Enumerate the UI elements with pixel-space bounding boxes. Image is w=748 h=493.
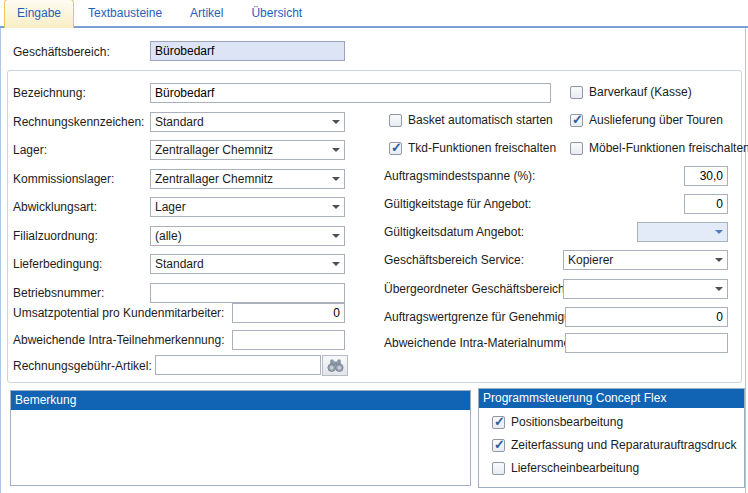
tab-artikel[interactable]: Artikel	[176, 0, 237, 26]
checkbox-label: Basket automatisch starten	[408, 113, 553, 127]
bezeichnung-input[interactable]	[150, 83, 551, 103]
umsatzpotential-label: Umsatzpotential pro Kundenmitarbeiter:	[13, 306, 224, 320]
combo-value: Zentrallager Chemnitz	[151, 172, 328, 186]
uebergeordneter-geschaeftsbereich-label: Übergeordneter Geschäftsbereich:	[384, 282, 568, 296]
auftragsmindestspanne-input[interactable]	[684, 166, 728, 186]
chevron-down-icon[interactable]	[711, 251, 727, 269]
lieferbedingung-combo[interactable]: Standard	[150, 254, 345, 274]
checkbox-box[interactable]	[570, 86, 583, 99]
rechnungsgebuehr-artikel-label: Rechnungsgebühr-Artikel:	[13, 359, 152, 373]
checkbox-basket-automatisch[interactable]: Basket automatisch starten	[389, 113, 553, 127]
kommissionslager-label: Kommissionslager:	[13, 172, 114, 186]
geschaeftsbereich-label: Geschäftsbereich:	[13, 45, 110, 59]
checkbox-moebel-funktionen[interactable]: Möbel-Funktionen freischalten	[570, 141, 748, 155]
checkbox-box[interactable]	[570, 114, 583, 127]
gueltigkeitstage-label: Gültigkeitstage für Angebot:	[384, 197, 531, 211]
bezeichnung-label: Bezeichnung:	[13, 86, 86, 100]
chevron-down-icon[interactable]	[328, 255, 344, 273]
umsatzpotential-input[interactable]	[232, 303, 345, 323]
geschaeftsbereich-service-combo[interactable]: Kopierer	[563, 250, 728, 270]
bemerkung-content[interactable]	[11, 410, 470, 485]
intra-materialnummer-label: Abweichende Intra-Materialnummer:	[384, 336, 577, 350]
combo-value: Standard	[151, 115, 328, 129]
checkbox-positionsbearbeitung[interactable]: Positionsbearbeitung	[492, 415, 623, 429]
checkbox-lieferscheinbearbeitung[interactable]: Lieferscheinbearbeitung	[492, 461, 639, 475]
combo-value: Standard	[151, 257, 328, 271]
tab-uebersicht[interactable]: Übersicht	[237, 0, 316, 26]
right-border-line	[745, 28, 746, 493]
checkbox-auslieferung-touren[interactable]: Auslieferung über Touren	[570, 113, 723, 127]
lookup-button[interactable]	[322, 355, 348, 376]
checkbox-zeiterfassung[interactable]: Zeiterfassung und Reparaturauftragsdruck	[492, 438, 736, 452]
rechnungskennzeichen-label: Rechnungskennzeichen:	[13, 115, 144, 129]
tab-textbausteine[interactable]: Textbausteine	[74, 0, 176, 26]
binoculars-icon	[327, 359, 344, 372]
checkbox-label: Tkd-Funktionen freischalten	[408, 141, 556, 155]
rechnungsgebuehr-artikel-input[interactable]	[155, 355, 321, 375]
tab-strip: Eingabe Textbausteine Artikel Übersicht	[0, 0, 748, 28]
intra-materialnummer-input[interactable]	[565, 333, 728, 353]
tab-eingabe[interactable]: Eingabe	[4, 0, 74, 28]
abwicklungsart-label: Abwicklungsart:	[13, 200, 97, 214]
checkbox-tkd-funktionen[interactable]: Tkd-Funktionen freischalten	[389, 141, 556, 155]
geschaeftsbereich-input[interactable]	[150, 41, 345, 61]
checkbox-label: Barverkauf (Kasse)	[589, 85, 692, 99]
bemerkung-header: Bemerkung	[11, 391, 470, 410]
kommissionslager-combo[interactable]: Zentrallager Chemnitz	[150, 169, 345, 189]
checkbox-label: Zeiterfassung und Reparaturauftragsdruck	[511, 438, 736, 452]
lager-combo[interactable]: Zentrallager Chemnitz	[150, 140, 345, 160]
combo-value: Kopierer	[564, 253, 711, 267]
chevron-down-icon[interactable]	[328, 198, 344, 216]
uebergeordneter-geschaeftsbereich-combo[interactable]	[563, 279, 728, 299]
combo-value: (alle)	[151, 229, 328, 243]
lieferbedingung-label: Lieferbedingung:	[13, 257, 102, 271]
checkbox-box[interactable]	[570, 142, 583, 155]
chevron-down-icon[interactable]	[328, 170, 344, 188]
checkbox-box[interactable]	[492, 439, 505, 452]
checkbox-box[interactable]	[389, 142, 402, 155]
chevron-down-icon[interactable]	[711, 223, 727, 241]
checkbox-label: Möbel-Funktionen freischalten	[589, 141, 748, 155]
combo-value: Zentrallager Chemnitz	[151, 143, 328, 157]
auftragswertgrenze-input[interactable]	[565, 307, 728, 327]
chevron-down-icon[interactable]	[328, 141, 344, 159]
auftragsmindestspanne-label: Auftragsmindestspanne (%):	[384, 169, 535, 183]
programmsteuerung-header: Programmsteuerung Concept Flex	[479, 389, 744, 408]
intra-teilnehmerkennung-label: Abweichende Intra-Teilnehmerkennung:	[13, 333, 224, 347]
auftragswertgrenze-label: Auftragswertgrenze für Genehmigung	[384, 310, 584, 324]
combo-value: Lager	[151, 200, 328, 214]
gueltigkeitsdatum-label: Gültigkeitsdatum Angebot:	[384, 225, 524, 239]
abwicklungsart-combo[interactable]: Lager	[150, 197, 345, 217]
checkbox-label: Positionsbearbeitung	[511, 415, 623, 429]
betriebsnummer-input[interactable]	[150, 283, 345, 303]
chevron-down-icon[interactable]	[711, 280, 727, 298]
gueltigkeitsdatum-combo[interactable]	[637, 222, 728, 242]
chevron-down-icon[interactable]	[328, 113, 344, 131]
bemerkung-panel: Bemerkung	[10, 390, 471, 486]
filialzuordnung-label: Filialzuordnung:	[13, 229, 98, 243]
filialzuordnung-combo[interactable]: (alle)	[150, 226, 345, 246]
betriebsnummer-label: Betriebsnummer:	[13, 286, 104, 300]
checkbox-box[interactable]	[492, 416, 505, 429]
chevron-down-icon[interactable]	[328, 227, 344, 245]
geschaeftsbereich-service-label: Geschäftsbereich Service:	[384, 253, 524, 267]
checkbox-barverkauf[interactable]: Barverkauf (Kasse)	[570, 85, 692, 99]
checkbox-box[interactable]	[389, 114, 402, 127]
rechnungskennzeichen-combo[interactable]: Standard	[150, 112, 345, 132]
lager-label: Lager:	[13, 143, 47, 157]
left-border-line	[0, 28, 1, 493]
intra-teilnehmerkennung-input[interactable]	[232, 330, 345, 350]
gueltigkeitstage-input[interactable]	[684, 194, 728, 214]
checkbox-box[interactable]	[492, 462, 505, 475]
checkbox-label: Lieferscheinbearbeitung	[511, 461, 639, 475]
checkbox-label: Auslieferung über Touren	[589, 113, 723, 127]
